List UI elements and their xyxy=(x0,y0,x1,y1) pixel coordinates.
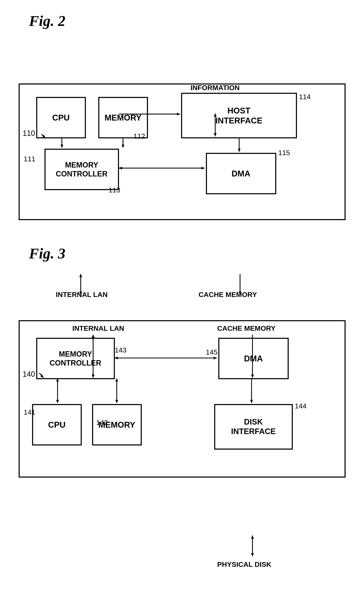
fig3-diagram: INTERNAL LAN CACHE MEMORY 140 MEMORY CON… xyxy=(19,320,346,478)
svg-marker-31 xyxy=(250,400,253,403)
svg-marker-9 xyxy=(201,167,205,170)
label-144: 144 xyxy=(295,402,307,410)
svg-marker-39 xyxy=(251,535,254,539)
label-142: 142 xyxy=(96,419,108,426)
svg-marker-25 xyxy=(115,400,118,403)
fig2-diagram: INFORMATION PROCESSING DEVICE 110 CPU ME… xyxy=(19,83,346,220)
svg-marker-26 xyxy=(115,378,118,381)
dma-box-fig3: DMA xyxy=(218,338,289,379)
svg-marker-1 xyxy=(60,145,63,148)
memory-controller-box-fig2: MEMORY CONTROLLER xyxy=(44,149,119,190)
svg-marker-38 xyxy=(251,553,254,556)
svg-marker-5 xyxy=(177,113,180,116)
svg-marker-7 xyxy=(238,149,240,152)
page-container: Fig. 2 INFORMATION PROCESSING DEVICE 110… xyxy=(0,0,364,490)
label-114: 114 xyxy=(299,93,311,101)
label-113: 113 xyxy=(109,186,120,194)
fig2-title: Fig. 2 xyxy=(29,13,348,30)
cache-memory-label-fig2: CACHE MEMORY xyxy=(199,291,257,299)
label-145: 145 xyxy=(206,348,218,356)
disk-interface-box-fig3: DISK INTERFACE xyxy=(214,404,293,450)
label-111: 111 xyxy=(24,155,36,163)
board2: CPU MEMORY 112 MEMORY CONTROLLER 113 HOS… xyxy=(19,83,346,220)
fig3-section: Fig. 3 INTERNAL LAN CACHE MEMORY 140 MEM… xyxy=(16,245,348,478)
cpu-box-fig2: CPU xyxy=(36,97,86,138)
cpu-box-fig3: CPU xyxy=(32,404,82,445)
svg-marker-22 xyxy=(56,400,59,403)
board3: MEMORY CONTROLLER 143 CPU MEMORY 141 142 xyxy=(19,320,346,478)
label-115: 115 xyxy=(278,149,290,157)
svg-marker-3 xyxy=(121,145,124,148)
internal-lan-label-fig2: INTERNAL LAN xyxy=(56,291,108,299)
memory-controller-box-fig3: MEMORY CONTROLLER xyxy=(36,338,115,379)
svg-marker-28 xyxy=(214,357,217,360)
svg-marker-29 xyxy=(115,357,118,360)
fig2-section: Fig. 2 INFORMATION PROCESSING DEVICE 110… xyxy=(16,13,348,220)
fig3-title: Fig. 3 xyxy=(29,245,348,262)
label-112: 112 xyxy=(133,132,145,140)
physical-disk-label-fig3: PHYSICAL DISK xyxy=(217,560,272,569)
host-interface-box-fig2: HOST INTERFACE xyxy=(181,93,297,138)
svg-marker-10 xyxy=(119,167,122,170)
label-143: 143 xyxy=(115,346,127,354)
dma-box-fig2: DMA xyxy=(206,153,276,194)
label-141: 141 xyxy=(24,408,36,416)
